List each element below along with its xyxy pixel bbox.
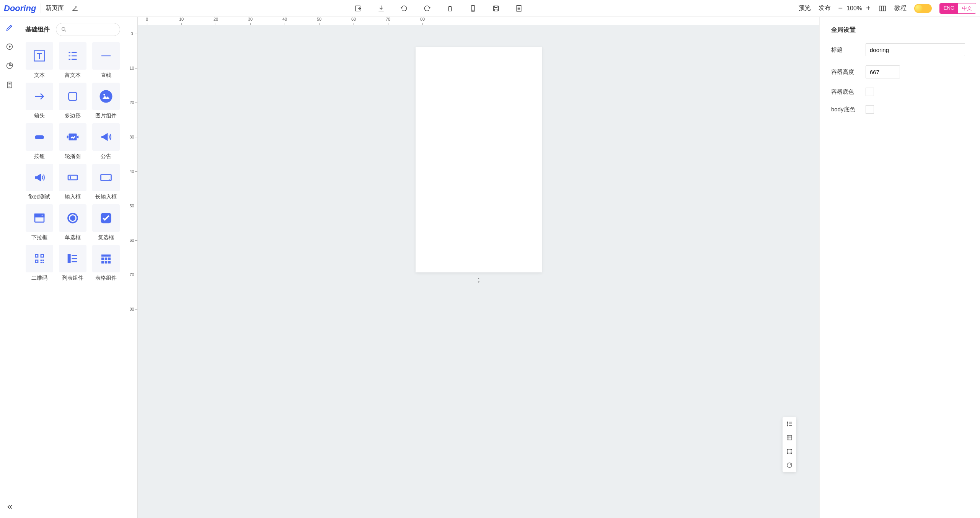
svg-rect-13 [35, 135, 44, 140]
prop-bodycolor: body底色 [831, 105, 969, 114]
mobile-icon[interactable] [469, 5, 477, 12]
component-table[interactable]: 表格组件 [92, 245, 120, 282]
component-announce2[interactable]: fixed测试 [25, 164, 53, 200]
ruler-tick: 70 [126, 272, 137, 277]
ruler-vertical: 01020304050607080 [126, 25, 138, 518]
delete-icon[interactable] [446, 5, 454, 12]
preview-button[interactable]: 预览 [799, 4, 811, 12]
edit-icon[interactable] [72, 5, 78, 12]
select-icon [26, 204, 53, 232]
group-icon[interactable] [783, 445, 796, 458]
save-icon[interactable] [492, 5, 500, 12]
lang-cn[interactable]: 中文 [958, 3, 976, 13]
logo[interactable]: Dooring [4, 3, 41, 13]
prop-bodycolor-label: body底色 [831, 106, 866, 113]
canvas-wrap[interactable] [138, 25, 819, 518]
resize-handle-icon[interactable] [476, 278, 481, 283]
redo-icon[interactable] [423, 5, 431, 12]
component-announce[interactable]: 公告 [92, 123, 120, 160]
svg-rect-27 [42, 260, 44, 261]
ruler-tick: 40 [126, 169, 137, 174]
component-list[interactable]: 列表组件 [59, 245, 86, 282]
zoom-out-button[interactable]: − [838, 4, 843, 13]
ruler-tick: 50 [317, 17, 321, 21]
button-icon [26, 123, 53, 151]
svg-rect-35 [68, 261, 70, 262]
component-qrcode[interactable]: 二维码 [25, 245, 53, 282]
component-image[interactable]: 图片组件 [92, 83, 120, 119]
svg-rect-51 [791, 453, 792, 454]
svg-rect-37 [101, 257, 104, 260]
main: 基础组件 文本富文本直线箭头多边形图片组件按钮轮播图公告fixed测试输入框长输… [0, 17, 980, 518]
chart-icon[interactable] [6, 62, 13, 70]
header-left: 新页面 [46, 4, 78, 12]
richtext-icon [59, 42, 86, 70]
qrcode-icon [26, 245, 53, 272]
zoom-controls: − 100% + [838, 4, 871, 13]
ruler-tick: 80 [126, 307, 137, 311]
properties-panel: 全局设置 标题 容器高度 容器底色 body底色 [819, 17, 980, 518]
component-line[interactable]: 直线 [92, 42, 120, 79]
theme-toggle[interactable] [914, 4, 932, 13]
announce-icon [92, 123, 120, 151]
svg-rect-34 [68, 257, 70, 259]
component-input2[interactable]: 长输入框 [92, 164, 120, 200]
svg-rect-46 [787, 435, 792, 440]
lang-eng[interactable]: ENG [940, 3, 958, 13]
prop-bgcolor-label: 容器底色 [831, 88, 866, 96]
svg-rect-50 [787, 453, 788, 454]
svg-point-8 [62, 28, 65, 31]
icon-sidebar [0, 17, 19, 518]
svg-point-15 [70, 135, 72, 137]
canvas[interactable] [416, 47, 542, 272]
header-toolbar [78, 5, 798, 12]
component-button[interactable]: 按钮 [25, 123, 53, 160]
publish-button[interactable]: 发布 [819, 4, 831, 12]
component-label: 按钮 [34, 153, 45, 160]
ruler-corner [126, 17, 138, 25]
component-carousel[interactable]: 轮播图 [59, 123, 86, 160]
component-richtext[interactable]: 富文本 [59, 42, 86, 79]
component-checkbox[interactable]: 复选框 [92, 204, 120, 241]
template-icon[interactable] [515, 5, 523, 12]
svg-rect-5 [879, 6, 886, 11]
component-label: 二维码 [31, 275, 47, 282]
pen-icon[interactable] [6, 24, 13, 31]
svg-rect-31 [41, 255, 43, 257]
form-icon[interactable] [6, 81, 13, 89]
component-arrow[interactable]: 箭头 [25, 83, 53, 119]
zoom-in-button[interactable]: + [866, 4, 871, 13]
tutorial-button[interactable]: 教程 [894, 4, 907, 12]
download-icon[interactable] [377, 5, 385, 12]
height-input[interactable] [866, 65, 900, 78]
search-input[interactable] [56, 23, 120, 36]
component-label: 单选框 [65, 234, 81, 241]
refresh-icon[interactable] [783, 458, 796, 472]
svg-rect-10 [68, 93, 77, 101]
export-icon[interactable] [354, 5, 362, 12]
collapse-icon[interactable] [6, 503, 13, 510]
component-input[interactable]: 输入框 [59, 164, 86, 200]
grid-icon[interactable] [878, 4, 887, 13]
outline-icon[interactable] [783, 417, 796, 431]
layers-icon[interactable] [783, 431, 796, 445]
undo-icon[interactable] [400, 5, 408, 12]
svg-point-11 [100, 90, 113, 103]
ruler-tick: 60 [126, 238, 137, 243]
bodycolor-swatch[interactable] [866, 105, 874, 114]
component-radio[interactable]: 单选框 [59, 204, 86, 241]
panel-title: 基础组件 [25, 26, 50, 34]
component-label: 复选框 [98, 234, 114, 241]
component-polygon[interactable]: 多边形 [59, 83, 86, 119]
component-select[interactable]: 下拉框 [25, 204, 53, 241]
svg-rect-41 [105, 261, 108, 264]
arrow-icon [26, 83, 53, 110]
ruler-tick: 50 [126, 204, 137, 208]
floating-toolbar [783, 417, 796, 472]
component-label: 文本 [34, 72, 45, 79]
component-text[interactable]: 文本 [25, 42, 53, 79]
title-input[interactable] [866, 43, 965, 56]
play-icon[interactable] [6, 43, 13, 50]
svg-point-21 [71, 216, 75, 220]
bgcolor-swatch[interactable] [866, 88, 874, 96]
